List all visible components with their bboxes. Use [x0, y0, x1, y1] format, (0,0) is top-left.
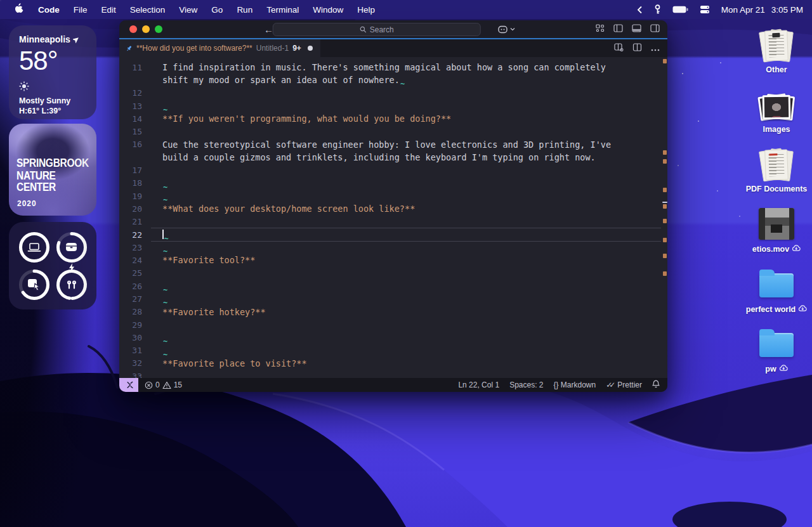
menu-item-edit[interactable]: Edit: [95, 0, 123, 19]
markdown-bold-text: **What does your desktop/home screen loo…: [162, 204, 415, 214]
line-number: 14: [119, 114, 151, 124]
ruler-warning-mark: [663, 271, 667, 276]
key-icon[interactable]: [654, 4, 661, 15]
editor-line-16-1[interactable]: 16Cue the stereotypical software enginee…: [119, 138, 661, 151]
copilot-button[interactable]: [498, 25, 515, 34]
editor-line-19[interactable]: 19~: [119, 190, 661, 202]
menu-bar-date[interactable]: Mon Apr 21: [721, 5, 765, 15]
menu-item-code[interactable]: Code: [31, 0, 67, 19]
menu-item-help[interactable]: Help: [350, 0, 382, 19]
paper: [764, 30, 789, 61]
desktop-stack-perfect-world[interactable]: perfect world: [742, 264, 811, 314]
paper: [764, 149, 789, 180]
macbook-icon: [27, 242, 41, 252]
menu-item-view[interactable]: View: [172, 0, 204, 19]
editor-area[interactable]: 11I find inspiration in music. There's s…: [119, 57, 667, 378]
remote-indicator-button[interactable]: [119, 378, 138, 392]
editor-line-22[interactable]: 22~: [119, 228, 661, 241]
apple-menu[interactable]: [9, 3, 31, 16]
warning-squiggle: ~: [400, 79, 405, 88]
navigate-back-button[interactable]: ←: [264, 24, 273, 35]
tab-untitled-1[interactable]: **How did you get into software?** Untit…: [119, 39, 320, 57]
weather-widget[interactable]: Minneapolis 58° Mostly Sunny H:61° L:39°: [9, 25, 96, 119]
status-label: Spaces: 2: [509, 381, 543, 389]
editor-line-27[interactable]: 27~: [119, 292, 661, 305]
editor-line-15[interactable]: 15: [119, 125, 661, 138]
status-bell[interactable]: [652, 380, 660, 390]
editor-line-31[interactable]: 31~: [119, 344, 661, 357]
editor-line-23[interactable]: 23~: [119, 241, 661, 254]
line-number: 33: [119, 372, 151, 378]
menu-item-selection[interactable]: Selection: [123, 0, 173, 19]
line-content: ~: [151, 190, 661, 202]
editor-line-26[interactable]: 26~: [119, 280, 661, 292]
editor-line-16-2[interactable]: build a couple gizmos and trinklets, inc…: [119, 151, 661, 164]
editor-line-11-2[interactable]: shift my mood or spark an idea out of no…: [119, 74, 661, 86]
cloud-download-icon: [792, 244, 801, 254]
editor-line-24[interactable]: 24**Favorite tool?**: [119, 254, 661, 266]
chevron-left-icon[interactable]: [637, 6, 643, 14]
status-ln-22-col-1[interactable]: Ln 22, Col 1: [458, 381, 499, 389]
editor-line-17[interactable]: 17: [119, 164, 661, 176]
status--markdown[interactable]: {} Markdown: [554, 381, 596, 389]
airpods-icon: [65, 280, 78, 290]
menu-item-run[interactable]: Run: [230, 0, 259, 19]
overview-ruler[interactable]: [662, 57, 667, 378]
editor-line-18[interactable]: 18~: [119, 177, 661, 190]
editor-line-14[interactable]: 14**If you weren't programming, what wou…: [119, 112, 661, 125]
ruler-warning-mark: [663, 150, 667, 155]
line-content: ~: [151, 177, 661, 190]
editor-line-33[interactable]: 33: [119, 370, 661, 378]
menu-item-go[interactable]: Go: [204, 0, 230, 19]
paper-redmark: [769, 153, 777, 155]
line-number: 27: [119, 294, 151, 304]
editor-line-32[interactable]: 32**Favorite place to visit?**: [119, 357, 661, 370]
desktop-stack-images[interactable]: Images: [742, 85, 811, 134]
menu-item-terminal[interactable]: Terminal: [259, 0, 306, 19]
battery-ring-macbook: [15, 228, 53, 266]
menu-item-file[interactable]: File: [67, 0, 95, 19]
stack-label: perfect world: [746, 304, 808, 314]
open-split-editor-alt-button[interactable]: [614, 42, 624, 54]
problems-status[interactable]: 0 15: [145, 381, 182, 389]
open-split-editor-button[interactable]: [632, 42, 642, 54]
editor-line-30[interactable]: 30~: [119, 331, 661, 344]
close-button[interactable]: [129, 25, 137, 33]
toggle-panel-left-button[interactable]: [613, 23, 623, 35]
desktop-stack-other[interactable]: Other: [742, 25, 811, 74]
desktop-stack-pw[interactable]: pw: [742, 324, 811, 374]
toggle-layout-grid-button[interactable]: [596, 23, 605, 35]
battery-icon[interactable]: [672, 6, 688, 13]
line-number: 11: [119, 63, 151, 72]
status-spaces-2[interactable]: Spaces: 2: [509, 381, 543, 389]
toggle-panel-right-button[interactable]: [650, 23, 660, 35]
menu-bar-time[interactable]: 3:05 PM: [771, 5, 803, 15]
zoom-button[interactable]: [155, 25, 162, 33]
editor-line-12[interactable]: 12: [119, 87, 661, 100]
minimize-button[interactable]: [142, 25, 150, 33]
window-title-bar[interactable]: ← → Search: [119, 20, 667, 39]
batteries-widget[interactable]: [9, 222, 96, 309]
editor-line-20[interactable]: 20**What does your desktop/home screen l…: [119, 202, 661, 215]
editor-line-13[interactable]: 13~: [119, 100, 661, 112]
command-center-search[interactable]: Search: [273, 23, 481, 36]
status-label: Ln 22, Col 1: [458, 381, 499, 389]
editor-line-25[interactable]: 25: [119, 267, 661, 280]
toggle-panel-bottom-button[interactable]: [632, 23, 641, 35]
status-prettier[interactable]: ✓✓Prettier: [606, 381, 642, 389]
editor-line-28[interactable]: 28**Favorite hotkey?**: [119, 306, 661, 318]
photos-widget[interactable]: Springbrook Nature Center 2020: [9, 124, 96, 216]
search-icon: [360, 26, 367, 33]
markdown-bold-text: **Favorite tool?**: [162, 255, 255, 265]
editor-line-29[interactable]: 29: [119, 318, 661, 331]
menu-item-window[interactable]: Window: [306, 0, 350, 19]
display-mirroring-icon[interactable]: [700, 5, 710, 14]
tab-modified-dot[interactable]: [308, 46, 313, 51]
editor-line-21[interactable]: 21: [119, 216, 661, 228]
more-actions-button[interactable]: [651, 42, 660, 54]
line-number: 30: [119, 333, 151, 342]
desktop-stack-pdf-documents[interactable]: PDF Documents: [742, 145, 811, 193]
editor-line-11-1[interactable]: 11I find inspiration in music. There's s…: [119, 61, 661, 74]
desktop-stack-etios-mov[interactable]: etios.mov: [742, 204, 811, 254]
errors-count: 0: [155, 381, 160, 389]
